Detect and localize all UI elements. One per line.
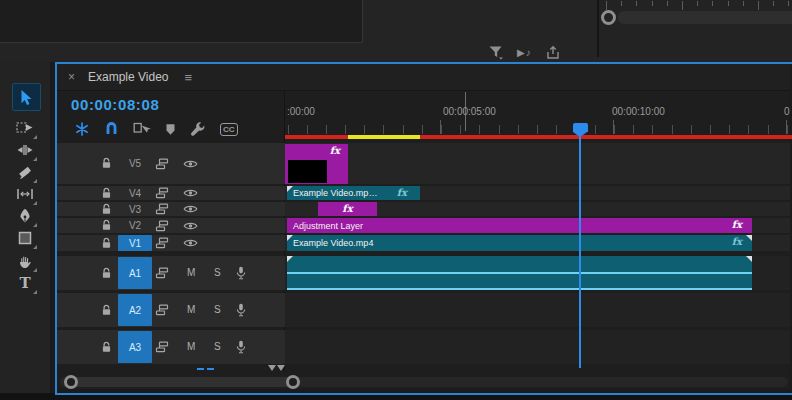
sync-lock-icon[interactable] [155, 203, 169, 215]
sync-lock-icon[interactable] [155, 341, 169, 353]
track-lane-v5[interactable] [285, 143, 790, 184]
header-scrollbar-dash[interactable] [207, 368, 214, 370]
toggle-track-output-eye-icon[interactable] [183, 221, 198, 231]
a1-audio-clip[interactable] [287, 256, 752, 290]
track-select-forward-tool[interactable] [0, 116, 50, 140]
playhead-handle-tip [573, 132, 587, 137]
track-target-a1[interactable]: A1 [118, 257, 152, 289]
hscroll-right-knob[interactable] [286, 375, 300, 389]
edit-point-line [465, 92, 466, 131]
header-scrollbar-dash[interactable] [197, 368, 204, 370]
sync-lock-icon[interactable] [155, 220, 169, 232]
sync-lock-icon[interactable] [155, 237, 169, 249]
voiceover-mic-icon[interactable] [236, 266, 246, 280]
snap-icon[interactable] [104, 121, 119, 137]
toggle-track-output-eye-icon[interactable] [183, 238, 198, 248]
track-target-a2[interactable]: A2 [118, 294, 152, 326]
timeline-ruler[interactable] [285, 90, 792, 123]
v1-clip[interactable]: Example Video.mp4fx [287, 235, 752, 251]
timeline-hscroll-thumb[interactable] [64, 377, 296, 387]
lock-icon[interactable] [101, 237, 112, 250]
track-lane-a2[interactable] [285, 293, 790, 327]
ruler-tick [345, 125, 346, 134]
voiceover-mic-icon[interactable] [236, 340, 246, 354]
mini-ruler-tick [652, 1, 653, 6]
ruler-tick [499, 125, 500, 134]
audio-volume-line[interactable] [287, 272, 752, 274]
lock-icon[interactable] [101, 304, 112, 317]
captions-icon[interactable]: CC [220, 123, 238, 136]
toggle-track-output-eye-icon[interactable] [183, 188, 198, 198]
bottom-strip [0, 393, 792, 400]
ruler-tick [748, 125, 749, 134]
slip-tool[interactable] [0, 182, 50, 206]
track-target-v3[interactable]: V3 [118, 202, 152, 216]
ripple-edit-tool[interactable] [0, 138, 50, 162]
toggle-track-output-eye-icon[interactable] [183, 204, 198, 214]
playhead-timecode[interactable]: 00:00:08:08 [71, 96, 159, 113]
v5-effect-clip[interactable]: fx [285, 144, 348, 184]
v2-adjustment-layer-clip[interactable]: Adjustment Layerfx [287, 218, 752, 233]
sync-lock-icon[interactable] [155, 267, 169, 279]
sync-lock-icon[interactable] [155, 158, 169, 170]
v4-clip[interactable]: Example Video.mp…fx [287, 186, 420, 200]
play-audio-icon[interactable]: ▶♪ [517, 47, 532, 58]
ruler-tick [614, 125, 615, 134]
filter-funnel-icon[interactable] [488, 44, 504, 60]
track-target-v4[interactable]: V4 [118, 186, 152, 200]
mute-button[interactable]: M [187, 267, 195, 278]
ruler-tick [537, 125, 538, 134]
toggle-track-output-eye-icon[interactable] [183, 159, 198, 169]
sync-lock-icon[interactable] [155, 187, 169, 199]
mini-ruler-tick [773, 1, 774, 6]
tab-title[interactable]: Example Video [88, 70, 169, 84]
v3-effect-clip[interactable]: fx [318, 202, 377, 216]
hand-tool[interactable] [0, 249, 50, 273]
panel-menu-icon[interactable]: ≡ [185, 70, 193, 85]
audio-clip-bottom-line [287, 288, 752, 290]
timeline-settings-wrench-icon[interactable] [190, 121, 206, 137]
mute-button[interactable]: M [187, 304, 195, 315]
clip-label: Example Video.mp4 [293, 238, 373, 248]
mute-button[interactable]: M [187, 341, 195, 352]
razor-tool[interactable] [0, 160, 50, 184]
export-icon[interactable] [545, 45, 561, 60]
track-target-v1[interactable]: V1 [118, 235, 152, 251]
track-lane-a3[interactable] [285, 330, 790, 364]
mini-timeline-scrollbar[interactable] [618, 11, 792, 24]
pen-tool[interactable] [0, 204, 50, 228]
ruler-tick [633, 125, 634, 134]
solo-button[interactable]: S [214, 341, 221, 352]
clip-in-corner [287, 235, 293, 241]
playhead-handle[interactable] [573, 123, 588, 132]
tab-close-icon[interactable]: × [68, 70, 75, 84]
lock-icon[interactable] [101, 267, 112, 280]
ruler-tick [595, 125, 596, 134]
track-header-resize-icon[interactable] [268, 365, 285, 371]
hscroll-left-knob[interactable] [64, 375, 78, 389]
mini-ruler-tick [621, 1, 622, 6]
track-target-v2[interactable]: V2 [118, 218, 152, 233]
voiceover-mic-icon[interactable] [236, 303, 246, 317]
rectangle-tool[interactable] [0, 226, 50, 250]
lock-icon[interactable] [101, 341, 112, 354]
timeline-tab-bar: × Example Video ≡ [57, 64, 790, 91]
lock-icon[interactable] [101, 187, 112, 200]
lock-icon[interactable] [101, 203, 112, 216]
lock-icon[interactable] [101, 219, 112, 232]
solo-button[interactable]: S [214, 304, 221, 315]
playhead-line [579, 131, 581, 368]
mini-ruler-tick [667, 1, 668, 6]
solo-button[interactable]: S [214, 267, 221, 278]
ruler-tick [288, 125, 289, 134]
selection-tool[interactable] [0, 86, 50, 110]
add-marker-icon[interactable] [165, 123, 176, 136]
nest-sequences-icon[interactable] [74, 121, 90, 137]
type-tool[interactable]: T [0, 271, 50, 295]
mini-timeline-scroll-knob[interactable] [601, 10, 616, 25]
sync-lock-icon[interactable] [155, 304, 169, 316]
linked-selection-icon[interactable] [133, 122, 151, 136]
lock-icon[interactable] [101, 157, 112, 170]
track-target-v5[interactable]: V5 [118, 155, 152, 173]
track-target-a3[interactable]: A3 [118, 331, 152, 363]
